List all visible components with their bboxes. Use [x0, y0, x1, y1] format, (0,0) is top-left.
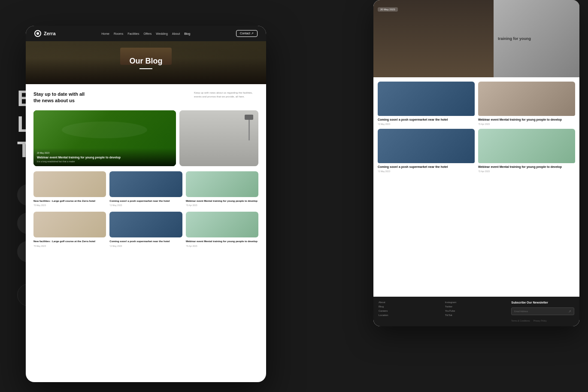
back-footer-email-input[interactable]: Email Address ↗	[511, 307, 574, 315]
back-card-title-1: Coming soon! a posh supermarket near the…	[378, 118, 475, 122]
back-card-title-2: Webinar event Mental training for young …	[478, 118, 575, 122]
grid-card-title-6: Webinar event Mental training for young …	[186, 240, 258, 243]
grid-card-img-2	[109, 171, 182, 197]
back-footer-terms-link: Terms & Conditions	[511, 319, 530, 322]
back-card-title-4: Webinar event Mental training for young …	[478, 165, 575, 169]
grid-card-date-5: 12 May 2023	[109, 245, 182, 247]
contact-label: Contact ↗	[240, 32, 254, 35]
nav-offers[interactable]: Offers	[143, 32, 152, 35]
grid-card-5[interactable]: Coming soon! a posh supermarket near the…	[109, 212, 182, 247]
grid-card-title-2: Coming soon! a posh supermarket near the…	[109, 199, 182, 203]
mockup-back: 20 May 2023 training for young Coming so…	[373, 0, 579, 326]
back-footer-privacy-link: Privacy Policy	[533, 319, 547, 322]
section-description: Keep up with news about us regarding the…	[194, 91, 258, 99]
grid-card-date-4: 25 May 2023	[33, 245, 106, 247]
back-card-img-4	[478, 129, 575, 163]
back-hero-text: training for young	[498, 36, 531, 41]
mock-content: Stay up to date with allthe news about u…	[26, 84, 266, 259]
grid-card-date-1: 25 May 2023	[33, 204, 106, 207]
back-footer-blog: Blog	[379, 305, 442, 308]
back-card-date-3: 12 May 2023	[378, 170, 475, 173]
back-footer-careers: Careers	[379, 310, 442, 312]
side-card-image	[179, 110, 258, 166]
back-card-1: Coming soon! a posh supermarket near the…	[378, 82, 475, 125]
mock-nav-links: Home Rooms Facilities Offers Wedding Abo…	[101, 32, 190, 35]
back-footer-col-2: Instagram Twitter YouTube TikTok	[445, 301, 508, 322]
back-card-3: Coming soon! a posh supermarket near the…	[378, 129, 475, 173]
mockup-front: Zerra Home Rooms Facilities Offers Weddi…	[26, 26, 266, 382]
featured-overlay: 20 May 2023 Webinar event Mental trainin…	[33, 148, 176, 166]
contact-button[interactable]: Contact ↗	[236, 30, 258, 37]
grid-card-img-4	[33, 212, 106, 237]
grid-card-title-3: Webinar event Mental training for young …	[186, 199, 258, 203]
grid-card-date-6: 15 Apr 2023	[186, 245, 258, 247]
back-footer-location: Location	[379, 314, 442, 316]
back-card-date-1: 12 May 2023	[378, 123, 475, 125]
featured-excerpt: It is a long established fact that a rea…	[37, 160, 173, 163]
back-footer-twitter: Twitter	[445, 305, 508, 308]
featured-title: Webinar event Mental training for young …	[37, 155, 173, 159]
hero-divider	[139, 68, 152, 69]
grid-row-2: New facilities : Large golf course at th…	[33, 212, 258, 247]
side-card	[179, 110, 258, 166]
nav-wedding[interactable]: Wedding	[156, 32, 168, 35]
back-card-4: Webinar event Mental training for young …	[478, 129, 575, 173]
grid-card-title-4: New facilities : Large golf course at th…	[33, 240, 106, 243]
back-card-img-2	[478, 82, 575, 116]
grid-row-1: New facilities : Large golf course at th…	[33, 171, 258, 207]
grid-card-img-3	[186, 171, 258, 197]
grid-card-img-6	[186, 212, 258, 237]
grid-card-3[interactable]: Webinar event Mental training for young …	[186, 171, 258, 207]
back-footer: About Blog Careers Location Instagram Tw…	[373, 297, 579, 326]
mock-logo: Zerra	[34, 30, 56, 37]
featured-date: 20 May 2023	[37, 152, 173, 154]
back-card-date-4: 15 Apr 2023	[478, 170, 575, 173]
back-footer-terms: Terms & Conditions Privacy Policy	[511, 319, 574, 322]
grid-card-4[interactable]: New facilities : Large golf course at th…	[33, 212, 106, 247]
back-card-img-1	[378, 82, 475, 116]
grid-card-2[interactable]: Coming soon! a posh supermarket near the…	[109, 171, 182, 207]
nav-blog[interactable]: Blog	[184, 32, 190, 35]
hero-title: Our Blog	[130, 57, 163, 66]
featured-row: 20 May 2023 Webinar event Mental trainin…	[33, 110, 258, 166]
nav-facilities[interactable]: Facilities	[127, 32, 139, 35]
back-footer-tiktok: TikTok	[445, 314, 508, 316]
section-header: Stay up to date with allthe news about u…	[33, 91, 258, 104]
logo-text: Zerra	[44, 31, 56, 36]
back-footer-col-3: Subscribe Our Newsletter Email Address ↗…	[511, 301, 574, 322]
mock-navbar: Zerra Home Rooms Facilities Offers Weddi…	[26, 26, 266, 41]
back-card-img-3	[378, 129, 475, 163]
back-card-2: Webinar event Mental training for young …	[478, 82, 575, 125]
back-footer-col-1: About Blog Careers Location	[379, 301, 442, 322]
nav-rooms[interactable]: Rooms	[114, 32, 123, 35]
nav-home[interactable]: Home	[101, 32, 109, 35]
grid-card-1[interactable]: New facilities : Large golf course at th…	[33, 171, 106, 207]
featured-card[interactable]: 20 May 2023 Webinar event Mental trainin…	[33, 110, 176, 166]
back-grid: Coming soon! a posh supermarket near the…	[373, 77, 579, 177]
back-card-date-2: 15 Apr 2023	[478, 123, 575, 125]
logo-circle-icon	[34, 30, 41, 37]
grid-card-6[interactable]: Webinar event Mental training for young …	[186, 212, 258, 247]
grid-card-img-5	[109, 212, 182, 237]
back-footer-subscribe-title: Subscribe Our Newsletter	[511, 301, 574, 304]
back-date-badge: 20 May 2023	[378, 7, 398, 12]
back-footer-about: About	[379, 301, 442, 304]
grid-card-title-5: Coming soon! a posh supermarket near the…	[109, 240, 182, 243]
grid-card-title-1: New facilities : Large golf course at th…	[33, 199, 106, 203]
back-card-title-3: Coming soon! a posh supermarket near the…	[378, 165, 475, 169]
nav-about[interactable]: About	[172, 32, 180, 35]
grid-card-date-2: 12 May 2023	[109, 204, 182, 207]
grid-card-img-1	[33, 171, 106, 197]
grid-card-date-3: 15 Apr 2023	[186, 204, 258, 207]
back-footer-email-placeholder: Email Address	[514, 310, 528, 313]
section-title: Stay up to date with allthe news about u…	[33, 91, 85, 104]
mock-hero: Our Blog	[26, 41, 266, 84]
back-footer-youtube: YouTube	[445, 310, 508, 312]
back-footer-instagram: Instagram	[445, 301, 508, 304]
